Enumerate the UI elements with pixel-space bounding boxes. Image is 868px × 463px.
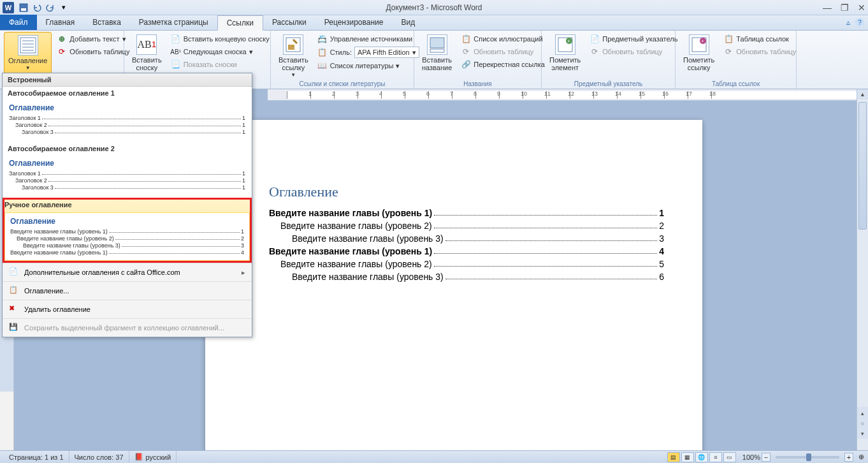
toc-entry[interactable]: Введите название главы (уровень 3)6 — [269, 272, 664, 282]
custom-toc-label: Оглавление... — [24, 287, 69, 295]
bibliography-button[interactable]: 📖Список литературы ▾ — [316, 60, 421, 71]
tab-mailings[interactable]: Рассылки — [263, 15, 315, 30]
toc-button-label: Оглавление — [8, 57, 47, 64]
zoom-level[interactable]: 100% — [742, 453, 760, 461]
mark-entry-label: Пометить элемент — [549, 56, 581, 71]
status-language-label: русский — [146, 453, 171, 461]
save-icon[interactable] — [18, 2, 29, 13]
zoom-slider-handle[interactable] — [806, 453, 811, 461]
update-toa-button[interactable]: ⟳Обновить таблицу — [722, 46, 797, 57]
tab-view[interactable]: Вид — [392, 15, 424, 30]
ribbon-minimize-icon[interactable]: ▵ — [846, 18, 850, 27]
close-button[interactable]: ✕ — [858, 3, 865, 13]
update-toc-label: Обновить таблицу — [69, 48, 129, 55]
status-language[interactable]: 📕русский — [129, 451, 177, 463]
preview3-m1: Введите название главы (уровень 1) — [10, 228, 108, 235]
outline-view-button[interactable]: ≡ — [709, 452, 722, 462]
cross-ref-icon: 🔗 — [461, 59, 471, 70]
remove-toc-button[interactable]: ✖ Удалить оглавление — [3, 300, 252, 318]
insert-index-button[interactable]: 📄Предметный указатель — [588, 33, 679, 45]
gallery-manual-item[interactable]: Ручное оглавление Оглавление Введите наз… — [3, 198, 252, 263]
mark-entry-button[interactable]: + Пометить элемент — [546, 32, 584, 74]
insert-footnote-button[interactable]: AB1 Вставить сноску — [128, 32, 166, 74]
insert-citation-button[interactable]: Вставить ссылку ▼ — [275, 32, 312, 82]
file-tab[interactable]: Файл — [0, 15, 37, 30]
undo-icon[interactable] — [31, 2, 43, 13]
update-toc-button[interactable]: ⟳Обновить таблицу — [55, 46, 131, 57]
update-captions-button[interactable]: ⟳Обновить таблицу — [459, 46, 546, 57]
draft-view-button[interactable]: ▭ — [723, 452, 736, 462]
preview3-m2: Введите название главы (уровень 2) — [17, 235, 114, 242]
list-figures-button[interactable]: 📋Список иллюстраций — [459, 33, 546, 45]
print-layout-view-button[interactable]: ▤ — [667, 452, 680, 462]
toc-entry[interactable]: Введите название главы (уровень 1)1 — [269, 208, 664, 218]
tab-home[interactable]: Главная — [37, 15, 84, 30]
more-toc-button[interactable]: 📄 Дополнительные оглавления с сайта Offi… — [3, 263, 252, 281]
fullscreen-view-button[interactable]: ▦ — [681, 452, 694, 462]
zoom-slider[interactable] — [776, 456, 839, 459]
toc-entry[interactable]: Введите название главы (уровень 2)5 — [269, 259, 664, 269]
minimize-button[interactable]: — — [823, 3, 832, 13]
quick-access-toolbar: ▾ — [18, 2, 69, 13]
custom-toc-button[interactable]: 📋 Оглавление... — [3, 281, 252, 300]
save-selection-label: Сохранить выделенный фрагмент в коллекци… — [24, 324, 224, 332]
qat-dropdown-icon[interactable]: ▾ — [58, 2, 69, 13]
bibliography-label: Список литературы — [330, 62, 394, 70]
redo-icon[interactable] — [45, 2, 56, 13]
tab-review[interactable]: Рецензирование — [315, 15, 393, 30]
insert-endnote-button[interactable]: 📄Вставить концевую сноску — [170, 33, 271, 45]
tab-references[interactable]: Ссылки — [217, 15, 263, 31]
vertical-ruler[interactable] — [0, 392, 14, 450]
toc-entry[interactable]: Введите название главы (уровень 2)2 — [269, 221, 664, 231]
svg-text:+: + — [567, 38, 570, 44]
scroll-thumb[interactable] — [858, 102, 867, 230]
prev-page-button[interactable]: ▴ — [857, 408, 868, 418]
insert-toa-button[interactable]: 📋Таблица ссылок — [722, 33, 797, 45]
gallery-manual-title: Ручное оглавление — [4, 200, 250, 212]
insert-endnote-label: Вставить концевую сноску — [184, 35, 270, 43]
add-text-icon: ⊕ — [57, 34, 67, 44]
word-app-icon: W — [3, 2, 14, 13]
add-text-button[interactable]: ⊕Добавить текст ▾ — [55, 33, 131, 45]
list-figures-label: Список иллюстраций — [474, 35, 542, 43]
update-index-button[interactable]: ⟳Обновить таблицу — [588, 46, 679, 57]
toc-button[interactable]: Оглавление ▼ — [4, 32, 52, 75]
toc-dialog-icon: 📋 — [9, 286, 19, 296]
citation-style-button[interactable]: 📋Стиль: APA Fifth Edition ▾ — [316, 46, 421, 59]
show-footnotes-button[interactable]: 📃Показать сноски — [170, 59, 271, 70]
mark-citation-button[interactable]: + Пометить ссылку — [679, 32, 718, 74]
gallery-auto2-item[interactable]: Оглавление Заголовок 11 Заголовок 21 Заг… — [3, 155, 252, 198]
browse-object-button[interactable]: ○ — [857, 418, 868, 429]
tab-insert[interactable]: Вставка — [83, 15, 130, 30]
scroll-up-button[interactable]: ▲ — [857, 89, 868, 99]
next-page-button[interactable]: ▾ — [857, 429, 868, 439]
status-words[interactable]: Число слов: 37 — [69, 451, 129, 463]
horizontal-ruler[interactable]: 123456789101112131415161718 — [268, 89, 857, 101]
manage-sources-button[interactable]: 📇Управление источниками — [316, 33, 421, 45]
style-select[interactable]: APA Fifth Edition ▾ — [354, 47, 419, 58]
next-footnote-button[interactable]: AB¹Следующая сноска ▾ — [170, 46, 271, 57]
document-page[interactable]: Оглавление Введите название главы (урове… — [205, 120, 702, 450]
gallery-auto1-item[interactable]: Оглавление Заголовок 11 Заголовок 21 Заг… — [3, 99, 252, 142]
web-view-button[interactable]: 🌐 — [695, 452, 708, 462]
preview-h3: Заголовок 3 — [22, 129, 54, 135]
insert-caption-button[interactable]: Вставить название — [418, 32, 456, 74]
index-icon: 📄 — [590, 34, 600, 44]
zoom-expand-button[interactable]: ⊕ — [858, 453, 864, 461]
toc-heading[interactable]: Оглавление — [269, 184, 664, 200]
status-page[interactable]: Страница: 1 из 1 — [4, 451, 69, 463]
mark-entry-icon: + — [555, 34, 575, 55]
toc-entry[interactable]: Введите название главы (уровень 1)4 — [269, 246, 664, 256]
footnote-icon: AB1 — [136, 34, 157, 55]
title-bar: W ▾ Документ3 - Microsoft Word — ❐ ✕ — [0, 0, 868, 15]
style-value: APA Fifth Edition — [358, 48, 410, 56]
zoom-in-button[interactable]: + — [844, 453, 853, 462]
cross-reference-button[interactable]: 🔗Перекрестная ссылка — [459, 59, 546, 70]
toc-entry[interactable]: Введите название главы (уровень 3)3 — [269, 233, 664, 244]
help-icon[interactable]: ? — [855, 18, 864, 27]
zoom-out-button[interactable]: − — [762, 453, 770, 462]
restore-button[interactable]: ❐ — [841, 3, 849, 13]
save-selection-icon: 💾 — [9, 323, 19, 333]
vertical-scrollbar[interactable]: ▲ ▼ ▴ ○ ▾ — [857, 89, 868, 450]
tab-page-layout[interactable]: Разметка страницы — [130, 15, 217, 30]
